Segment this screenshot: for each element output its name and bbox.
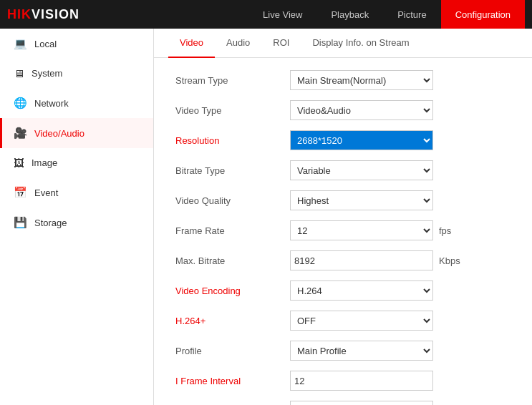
frame-rate-control: 12 15 20 25 30 fps: [290, 220, 511, 240]
h264plus-control: OFF ON: [290, 311, 511, 331]
max-bitrate-input[interactable]: [290, 250, 433, 270]
main-layout: 💻 Local 🖥 System 🌐 Network 🎥 Video/Audio…: [0, 29, 532, 405]
bitrate-type-row: Bitrate Type Variable Constant: [175, 159, 511, 182]
sidebar-label-storage: Storage: [34, 218, 67, 228]
video-encoding-select[interactable]: H.264 H.265 MJPEG: [290, 280, 433, 301]
monitor-icon: 💻: [14, 37, 27, 50]
video-quality-label: Video Quality: [175, 195, 290, 206]
h264plus-select[interactable]: OFF ON: [290, 311, 433, 331]
max-bitrate-control: Kbps: [290, 250, 511, 270]
video-encoding-row: Video Encoding H.264 H.265 MJPEG: [175, 279, 511, 302]
sidebar-label-event: Event: [34, 187, 58, 198]
frame-rate-select[interactable]: 12 15 20 25 30: [290, 220, 433, 240]
sidebar-item-storage[interactable]: 💾 Storage: [0, 208, 153, 238]
nav-picture[interactable]: Picture: [383, 0, 440, 29]
stream-type-row: Stream Type Main Stream(Normal) Sub Stre…: [175, 69, 511, 92]
profile-label: Profile: [175, 346, 290, 356]
max-bitrate-label: Max. Bitrate: [175, 255, 290, 266]
profile-select[interactable]: Main Profile High Profile Baseline Profi…: [290, 341, 433, 361]
sidebar-item-network[interactable]: 🌐 Network: [0, 88, 153, 118]
profile-control: Main Profile High Profile Baseline Profi…: [290, 341, 511, 361]
logo: HIKVISION: [7, 7, 79, 22]
resolution-control: 2688*1520 1920*1080 1280*720: [290, 130, 511, 150]
max-bitrate-row: Max. Bitrate Kbps: [175, 249, 511, 272]
bitrate-type-label: Bitrate Type: [175, 165, 290, 176]
sidebar-label-video-audio: Video/Audio: [34, 128, 84, 139]
top-nav: HIKVISION Live View Playback Picture Con…: [0, 0, 532, 29]
tab-bar: Video Audio ROI Display Info. on Stream: [154, 29, 532, 58]
frame-rate-label: Frame Rate: [175, 225, 290, 236]
nav-bar: Live View Playback Picture Configuration: [248, 0, 525, 29]
event-icon: 📅: [14, 186, 27, 199]
nav-configuration[interactable]: Configuration: [441, 0, 525, 29]
nav-live-view[interactable]: Live View: [248, 0, 316, 29]
iframe-interval-label: I Frame Interval: [175, 376, 290, 386]
video-type-control: Video&Audio Video: [290, 100, 511, 120]
video-quality-row: Video Quality Highest Higher Medium Low …: [175, 189, 511, 212]
network-icon: 🌐: [14, 97, 27, 109]
sidebar-label-network: Network: [34, 98, 69, 109]
sidebar: 💻 Local 🖥 System 🌐 Network 🎥 Video/Audio…: [0, 29, 154, 405]
bitrate-type-control: Variable Constant: [290, 160, 511, 180]
stream-type-select[interactable]: Main Stream(Normal) Sub Stream Third Str…: [290, 70, 433, 90]
system-icon: 🖥: [14, 67, 24, 79]
profile-row: Profile Main Profile High Profile Baseli…: [175, 339, 511, 362]
video-type-select[interactable]: Video&Audio Video: [290, 100, 433, 120]
frame-rate-unit: fps: [439, 225, 451, 236]
storage-icon: 💾: [14, 216, 27, 229]
sidebar-label-image: Image: [32, 157, 57, 168]
h264plus-label: H.264+: [175, 316, 290, 326]
stream-type-control: Main Stream(Normal) Sub Stream Third Str…: [290, 70, 511, 90]
iframe-interval-input[interactable]: [290, 371, 433, 391]
tab-audio[interactable]: Audio: [215, 29, 261, 58]
sidebar-item-system[interactable]: 🖥 System: [0, 59, 153, 88]
video-type-row: Video Type Video&Audio Video: [175, 99, 511, 122]
iframe-interval-control: [290, 371, 511, 391]
iframe-interval-row: I Frame Interval: [175, 369, 511, 392]
image-icon: 🖼: [14, 157, 24, 169]
max-bitrate-unit: Kbps: [439, 255, 460, 266]
video-quality-control: Highest Higher Medium Low Lower Lowest: [290, 190, 511, 210]
svc-control: OFF ON: [290, 401, 511, 405]
video-quality-select[interactable]: Highest Higher Medium Low Lower Lowest: [290, 190, 433, 210]
sidebar-item-event[interactable]: 📅 Event: [0, 177, 153, 208]
sidebar-item-video-audio[interactable]: 🎥 Video/Audio: [0, 118, 153, 148]
sidebar-item-local[interactable]: 💻 Local: [0, 29, 153, 59]
video-encoding-control: H.264 H.265 MJPEG: [290, 280, 511, 301]
video-form: Stream Type Main Stream(Normal) Sub Stre…: [154, 58, 532, 405]
video-type-label: Video Type: [175, 105, 290, 116]
tab-display-info[interactable]: Display Info. on Stream: [301, 29, 420, 58]
sidebar-item-image[interactable]: 🖼 Image: [0, 148, 153, 177]
svc-select[interactable]: OFF ON: [290, 401, 433, 405]
tab-roi[interactable]: ROI: [261, 29, 301, 58]
frame-rate-row: Frame Rate 12 15 20 25 30 fps: [175, 219, 511, 242]
video-encoding-label: Video Encoding: [175, 286, 290, 296]
resolution-label: Resolution: [175, 135, 290, 146]
tab-video[interactable]: Video: [168, 29, 215, 58]
sidebar-label-local: Local: [34, 39, 57, 49]
resolution-select[interactable]: 2688*1520 1920*1080 1280*720: [290, 130, 433, 150]
bitrate-type-select[interactable]: Variable Constant: [290, 160, 433, 180]
video-icon: 🎥: [14, 127, 27, 140]
h264plus-row: H.264+ OFF ON: [175, 309, 511, 332]
stream-type-label: Stream Type: [175, 75, 290, 86]
main-content: Video Audio ROI Display Info. on Stream …: [154, 29, 532, 405]
svc-row: SVC OFF ON: [175, 399, 511, 405]
nav-playback[interactable]: Playback: [316, 0, 383, 29]
resolution-row: Resolution 2688*1520 1920*1080 1280*720: [175, 129, 511, 152]
sidebar-label-system: System: [32, 68, 62, 79]
